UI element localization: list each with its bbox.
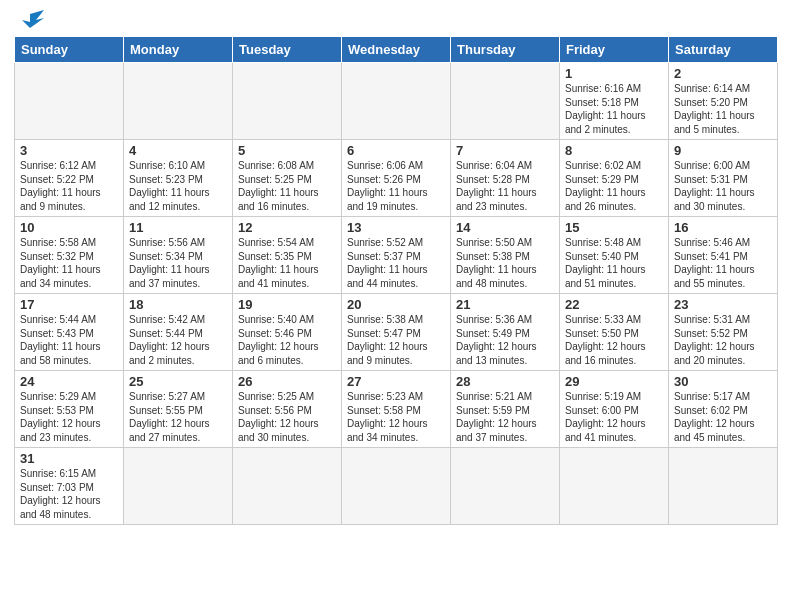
day-number: 15 xyxy=(565,220,663,235)
day-number: 23 xyxy=(674,297,772,312)
day-info: Sunrise: 5:40 AM Sunset: 5:46 PM Dayligh… xyxy=(238,313,336,367)
weekday-header-monday: Monday xyxy=(124,37,233,63)
day-info: Sunrise: 5:50 AM Sunset: 5:38 PM Dayligh… xyxy=(456,236,554,290)
calendar-week-2: 3Sunrise: 6:12 AM Sunset: 5:22 PM Daylig… xyxy=(15,140,778,217)
calendar-day-cell: 14Sunrise: 5:50 AM Sunset: 5:38 PM Dayli… xyxy=(451,217,560,294)
calendar-day-cell: 16Sunrise: 5:46 AM Sunset: 5:41 PM Dayli… xyxy=(669,217,778,294)
calendar-day-cell: 17Sunrise: 5:44 AM Sunset: 5:43 PM Dayli… xyxy=(15,294,124,371)
day-number: 17 xyxy=(20,297,118,312)
day-number: 24 xyxy=(20,374,118,389)
day-number: 5 xyxy=(238,143,336,158)
calendar-week-3: 10Sunrise: 5:58 AM Sunset: 5:32 PM Dayli… xyxy=(15,217,778,294)
day-info: Sunrise: 6:12 AM Sunset: 5:22 PM Dayligh… xyxy=(20,159,118,213)
day-info: Sunrise: 6:15 AM Sunset: 7:03 PM Dayligh… xyxy=(20,467,118,521)
day-number: 20 xyxy=(347,297,445,312)
day-number: 4 xyxy=(129,143,227,158)
day-info: Sunrise: 5:52 AM Sunset: 5:37 PM Dayligh… xyxy=(347,236,445,290)
day-number: 25 xyxy=(129,374,227,389)
calendar-day-cell: 6Sunrise: 6:06 AM Sunset: 5:26 PM Daylig… xyxy=(342,140,451,217)
calendar-day-cell: 5Sunrise: 6:08 AM Sunset: 5:25 PM Daylig… xyxy=(233,140,342,217)
day-number: 18 xyxy=(129,297,227,312)
calendar-day-cell xyxy=(451,63,560,140)
calendar-day-cell: 22Sunrise: 5:33 AM Sunset: 5:50 PM Dayli… xyxy=(560,294,669,371)
header xyxy=(14,10,778,32)
calendar-day-cell: 30Sunrise: 5:17 AM Sunset: 6:02 PM Dayli… xyxy=(669,371,778,448)
day-info: Sunrise: 5:38 AM Sunset: 5:47 PM Dayligh… xyxy=(347,313,445,367)
day-info: Sunrise: 5:42 AM Sunset: 5:44 PM Dayligh… xyxy=(129,313,227,367)
weekday-header-tuesday: Tuesday xyxy=(233,37,342,63)
calendar-day-cell: 1Sunrise: 6:16 AM Sunset: 5:18 PM Daylig… xyxy=(560,63,669,140)
weekday-header-sunday: Sunday xyxy=(15,37,124,63)
day-number: 21 xyxy=(456,297,554,312)
day-number: 16 xyxy=(674,220,772,235)
svg-marker-0 xyxy=(22,10,44,28)
calendar-day-cell: 23Sunrise: 5:31 AM Sunset: 5:52 PM Dayli… xyxy=(669,294,778,371)
calendar-day-cell: 2Sunrise: 6:14 AM Sunset: 5:20 PM Daylig… xyxy=(669,63,778,140)
calendar-week-6: 31Sunrise: 6:15 AM Sunset: 7:03 PM Dayli… xyxy=(15,448,778,525)
day-number: 28 xyxy=(456,374,554,389)
calendar-day-cell: 24Sunrise: 5:29 AM Sunset: 5:53 PM Dayli… xyxy=(15,371,124,448)
day-number: 27 xyxy=(347,374,445,389)
day-number: 11 xyxy=(129,220,227,235)
day-number: 14 xyxy=(456,220,554,235)
day-info: Sunrise: 6:16 AM Sunset: 5:18 PM Dayligh… xyxy=(565,82,663,136)
day-number: 30 xyxy=(674,374,772,389)
calendar-day-cell: 12Sunrise: 5:54 AM Sunset: 5:35 PM Dayli… xyxy=(233,217,342,294)
weekday-header-wednesday: Wednesday xyxy=(342,37,451,63)
calendar-day-cell: 4Sunrise: 6:10 AM Sunset: 5:23 PM Daylig… xyxy=(124,140,233,217)
calendar-day-cell: 19Sunrise: 5:40 AM Sunset: 5:46 PM Dayli… xyxy=(233,294,342,371)
day-info: Sunrise: 5:36 AM Sunset: 5:49 PM Dayligh… xyxy=(456,313,554,367)
calendar-table: SundayMondayTuesdayWednesdayThursdayFrid… xyxy=(14,36,778,525)
calendar-day-cell xyxy=(124,63,233,140)
day-info: Sunrise: 6:14 AM Sunset: 5:20 PM Dayligh… xyxy=(674,82,772,136)
calendar-day-cell: 9Sunrise: 6:00 AM Sunset: 5:31 PM Daylig… xyxy=(669,140,778,217)
calendar-day-cell: 8Sunrise: 6:02 AM Sunset: 5:29 PM Daylig… xyxy=(560,140,669,217)
calendar-day-cell: 10Sunrise: 5:58 AM Sunset: 5:32 PM Dayli… xyxy=(15,217,124,294)
day-number: 13 xyxy=(347,220,445,235)
calendar-day-cell xyxy=(233,63,342,140)
day-info: Sunrise: 6:02 AM Sunset: 5:29 PM Dayligh… xyxy=(565,159,663,213)
calendar-day-cell xyxy=(342,63,451,140)
day-info: Sunrise: 5:46 AM Sunset: 5:41 PM Dayligh… xyxy=(674,236,772,290)
day-info: Sunrise: 6:08 AM Sunset: 5:25 PM Dayligh… xyxy=(238,159,336,213)
day-info: Sunrise: 5:25 AM Sunset: 5:56 PM Dayligh… xyxy=(238,390,336,444)
calendar-day-cell xyxy=(15,63,124,140)
calendar-day-cell: 18Sunrise: 5:42 AM Sunset: 5:44 PM Dayli… xyxy=(124,294,233,371)
day-info: Sunrise: 5:54 AM Sunset: 5:35 PM Dayligh… xyxy=(238,236,336,290)
weekday-header-friday: Friday xyxy=(560,37,669,63)
calendar-day-cell xyxy=(669,448,778,525)
calendar-week-4: 17Sunrise: 5:44 AM Sunset: 5:43 PM Dayli… xyxy=(15,294,778,371)
day-info: Sunrise: 5:29 AM Sunset: 5:53 PM Dayligh… xyxy=(20,390,118,444)
day-info: Sunrise: 5:23 AM Sunset: 5:58 PM Dayligh… xyxy=(347,390,445,444)
day-number: 2 xyxy=(674,66,772,81)
day-info: Sunrise: 6:00 AM Sunset: 5:31 PM Dayligh… xyxy=(674,159,772,213)
day-number: 12 xyxy=(238,220,336,235)
calendar-day-cell: 29Sunrise: 5:19 AM Sunset: 6:00 PM Dayli… xyxy=(560,371,669,448)
calendar-day-cell: 31Sunrise: 6:15 AM Sunset: 7:03 PM Dayli… xyxy=(15,448,124,525)
logo xyxy=(14,10,44,32)
day-info: Sunrise: 5:21 AM Sunset: 5:59 PM Dayligh… xyxy=(456,390,554,444)
day-info: Sunrise: 6:10 AM Sunset: 5:23 PM Dayligh… xyxy=(129,159,227,213)
calendar-day-cell xyxy=(342,448,451,525)
calendar-day-cell: 15Sunrise: 5:48 AM Sunset: 5:40 PM Dayli… xyxy=(560,217,669,294)
weekday-header-thursday: Thursday xyxy=(451,37,560,63)
day-info: Sunrise: 5:17 AM Sunset: 6:02 PM Dayligh… xyxy=(674,390,772,444)
day-info: Sunrise: 6:06 AM Sunset: 5:26 PM Dayligh… xyxy=(347,159,445,213)
calendar-day-cell: 25Sunrise: 5:27 AM Sunset: 5:55 PM Dayli… xyxy=(124,371,233,448)
day-info: Sunrise: 5:19 AM Sunset: 6:00 PM Dayligh… xyxy=(565,390,663,444)
day-number: 22 xyxy=(565,297,663,312)
day-number: 31 xyxy=(20,451,118,466)
calendar-day-cell: 28Sunrise: 5:21 AM Sunset: 5:59 PM Dayli… xyxy=(451,371,560,448)
day-info: Sunrise: 5:31 AM Sunset: 5:52 PM Dayligh… xyxy=(674,313,772,367)
calendar-day-cell: 27Sunrise: 5:23 AM Sunset: 5:58 PM Dayli… xyxy=(342,371,451,448)
day-number: 6 xyxy=(347,143,445,158)
calendar-day-cell: 3Sunrise: 6:12 AM Sunset: 5:22 PM Daylig… xyxy=(15,140,124,217)
day-number: 1 xyxy=(565,66,663,81)
day-number: 7 xyxy=(456,143,554,158)
calendar-page: SundayMondayTuesdayWednesdayThursdayFrid… xyxy=(0,0,792,533)
calendar-day-cell: 20Sunrise: 5:38 AM Sunset: 5:47 PM Dayli… xyxy=(342,294,451,371)
calendar-day-cell xyxy=(451,448,560,525)
calendar-day-cell: 7Sunrise: 6:04 AM Sunset: 5:28 PM Daylig… xyxy=(451,140,560,217)
day-number: 9 xyxy=(674,143,772,158)
calendar-day-cell xyxy=(124,448,233,525)
